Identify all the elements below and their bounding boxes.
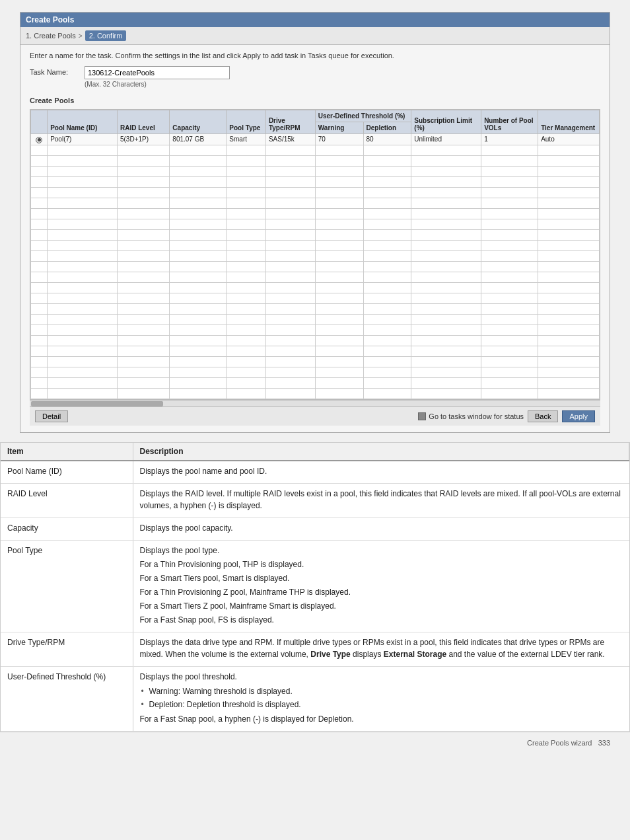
task-name-input[interactable] [85,66,230,79]
empty-cell [31,356,48,367]
empty-cell [227,208,266,219]
empty-cell [315,346,363,356]
empty-cell [411,166,481,176]
empty-cell [481,356,538,367]
desc-content: Displays the RAID level. If multiple RAI… [133,483,629,517]
empty-cell [411,367,481,377]
empty-cell [411,388,481,399]
empty-cell [31,187,48,198]
empty-cell [170,356,227,367]
empty-cell [363,240,411,250]
table-row-empty [31,145,600,155]
empty-cell [265,314,315,325]
back-button[interactable]: Back [528,410,558,422]
empty-cell [481,187,538,198]
empty-cell [315,367,363,377]
empty-cell [538,240,600,250]
empty-cell [363,155,411,166]
empty-cell [411,314,481,325]
step-1[interactable]: 1. Create Pools [26,32,76,40]
apply-button[interactable]: Apply [562,410,595,422]
empty-cell [31,219,48,229]
desc-table-row: Pool TypeDisplays the pool type.For a Th… [1,540,629,632]
desc-table-row: Drive Type/RPMDisplays the data drive ty… [1,632,629,666]
empty-cell [411,377,481,388]
empty-cell [538,187,600,198]
empty-cell [170,377,227,388]
desc-item: Pool Name (ID) [1,461,133,484]
empty-cell [117,219,169,229]
empty-cell [31,208,48,219]
empty-cell [227,240,266,250]
scrollbar-thumb[interactable] [31,401,163,406]
empty-cell [31,145,48,155]
goto-tasks-label: Go to tasks window for status [418,412,524,420]
step-2[interactable]: 2. Confirm [85,30,127,41]
empty-cell [411,198,481,208]
empty-cell [31,325,48,335]
empty-cell [227,346,266,356]
empty-cell [315,198,363,208]
empty-cell [227,272,266,282]
empty-cell [170,346,227,356]
page-footer: Create Pools wizard 333 [0,732,630,753]
empty-cell [481,155,538,166]
table-row-empty [31,250,600,261]
desc-bold-2: External Storage [384,650,446,659]
empty-cell [170,272,227,282]
empty-cell [48,250,118,261]
empty-cell [363,377,411,388]
empty-cell [411,176,481,187]
desc-paragraph: For a Thin Provisioning pool, THP is dis… [140,558,623,570]
empty-cell [538,208,600,219]
empty-cell [411,282,481,293]
empty-cell [48,356,118,367]
empty-cell [315,145,363,155]
horizontal-scrollbar[interactable] [30,400,600,406]
empty-cell [31,155,48,166]
empty-cell [117,272,169,282]
empty-cell [265,187,315,198]
empty-cell [117,346,169,356]
desc-paragraph: Displays the pool capacity. [140,522,623,534]
detail-button[interactable]: Detail [35,410,68,422]
desc-item: Drive Type/RPM [1,632,133,666]
row-radio[interactable] [31,134,48,145]
table-row[interactable]: Pool(7) 5(3D+1P) 801.07 GB Smart SAS/15k… [31,134,600,145]
empty-cell [411,272,481,282]
empty-cell [170,303,227,314]
empty-cell [31,346,48,356]
empty-cell [117,145,169,155]
desc-paragraph: For a Fast Snap pool, FS is displayed. [140,614,623,626]
empty-cell [265,240,315,250]
empty-cell [31,176,48,187]
empty-cell [481,303,538,314]
empty-cell [48,219,118,229]
empty-cell [481,198,538,208]
empty-cell [265,303,315,314]
empty-cell [411,325,481,335]
desc-paragraph: For a Smart Tiers Z pool, Mainframe Smar… [140,600,623,612]
empty-cell [538,388,600,399]
empty-cell [265,388,315,399]
empty-cell [48,187,118,198]
empty-cell [117,187,169,198]
empty-cell [481,293,538,303]
desc-paragraph: Displays the pool threshold. [140,671,623,683]
pool-type-header: Pool Type [227,110,266,134]
empty-cell [48,282,118,293]
empty-cell [265,261,315,272]
empty-cell [538,346,600,356]
drive-type-header: Drive Type/RPM [265,110,315,134]
table-row-empty [31,356,600,367]
description-column-header: Description [133,443,629,461]
empty-cell [265,176,315,187]
goto-tasks-checkbox[interactable] [418,412,426,420]
empty-cell [31,335,48,346]
empty-cell [363,208,411,219]
desc-item: User-Defined Threshold (%) [1,666,133,731]
empty-cell [481,261,538,272]
empty-cell [538,325,600,335]
empty-cell [170,367,227,377]
empty-cell [227,377,266,388]
